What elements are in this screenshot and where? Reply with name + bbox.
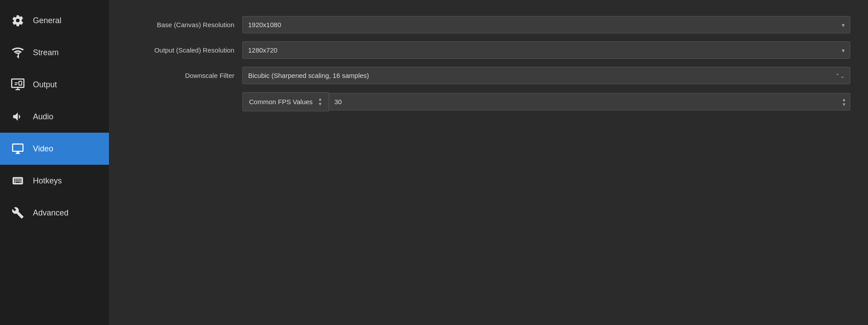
output-resolution-row: Output (Scaled) Resolution 1280x720 1920… (127, 41, 850, 59)
sidebar-item-video[interactable]: Video (0, 133, 109, 165)
sidebar-item-hotkeys[interactable]: Hotkeys (0, 165, 109, 197)
base-resolution-select[interactable]: 1920x1080 1280x720 2560x1440 3840x2160 (242, 16, 850, 33)
svg-rect-4 (19, 81, 22, 85)
sidebar-item-stream-label: Stream (33, 48, 59, 57)
gear-icon (10, 12, 26, 28)
sidebar-item-hotkeys-label: Hotkeys (33, 176, 62, 186)
downscale-filter-row: Downscale Filter Bicubic (Sharpened scal… (127, 67, 850, 84)
downscale-filter-select[interactable]: Bicubic (Sharpened scaling, 16 samples) … (242, 67, 850, 84)
fps-value-display: 30 ▲ ▼ (329, 93, 850, 110)
output-resolution-label: Output (Scaled) Resolution (127, 46, 242, 54)
advanced-icon (10, 205, 26, 221)
video-monitor-icon (10, 141, 26, 157)
svg-point-0 (17, 56, 19, 57)
fps-type-stepper-icon: ▲ ▼ (318, 97, 322, 106)
output-icon (10, 77, 26, 93)
sidebar: General Stream Output (0, 0, 109, 325)
sidebar-item-general-label: General (33, 16, 61, 25)
stream-icon (10, 45, 26, 61)
base-resolution-label: Base (Canvas) Resolution (127, 21, 242, 28)
sidebar-item-advanced[interactable]: Advanced (0, 197, 109, 229)
fps-value-stepper-icon: ▲ ▼ (842, 97, 846, 106)
sidebar-item-output[interactable]: Output (0, 69, 109, 101)
base-resolution-row: Base (Canvas) Resolution 1920x1080 1280x… (127, 16, 850, 33)
audio-icon (10, 109, 26, 125)
sidebar-item-audio[interactable]: Audio (0, 101, 109, 133)
sidebar-item-stream[interactable]: Stream (0, 37, 109, 69)
fps-type-select[interactable]: Common FPS Values ▲ ▼ (242, 92, 329, 111)
sidebar-item-audio-label: Audio (33, 112, 53, 122)
sidebar-item-advanced-label: Advanced (33, 208, 68, 218)
video-settings-panel: Base (Canvas) Resolution 1920x1080 1280x… (109, 0, 868, 325)
sidebar-item-video-label: Video (33, 144, 53, 154)
fps-type-label: Common FPS Values (249, 98, 313, 106)
downscale-filter-control: Bicubic (Sharpened scaling, 16 samples) … (242, 67, 850, 84)
downscale-filter-label: Downscale Filter (127, 72, 242, 79)
sidebar-item-general[interactable]: General (0, 4, 109, 37)
hotkeys-icon (10, 173, 26, 189)
fps-value-text: 30 (334, 98, 342, 106)
sidebar-item-output-label: Output (33, 80, 57, 89)
base-resolution-control: 1920x1080 1280x720 2560x1440 3840x2160 ▾ (242, 16, 850, 33)
output-resolution-select[interactable]: 1280x720 1920x1080 854x480 640x360 (242, 41, 850, 59)
output-resolution-control: 1280x720 1920x1080 854x480 640x360 ▾ (242, 41, 850, 59)
fps-inner: Common FPS Values ▲ ▼ 30 ▲ ▼ (242, 92, 850, 111)
fps-row: Common FPS Values ▲ ▼ 30 ▲ ▼ (127, 92, 850, 111)
